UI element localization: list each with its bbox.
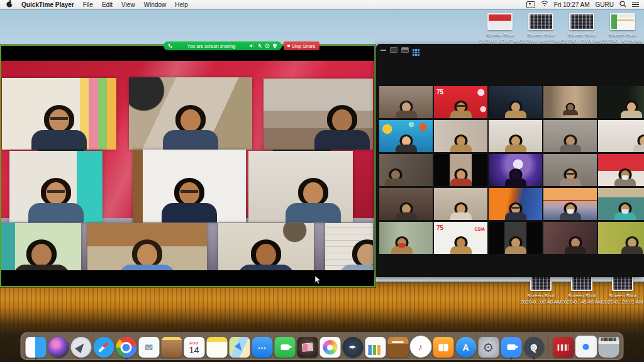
dock-item-numbers[interactable] [365,337,386,358]
desktop-icon-screenshot[interactable]: Screen Shot2020-0...29.08 AM [562,13,601,44]
apple-menu-icon[interactable] [6,0,13,9]
dock-item-quicktime[interactable]: Q [523,337,545,358]
search-icon[interactable] [619,1,626,9]
desktop-icon-screenshot[interactable]: Screen Shot2020-0...29.01 AM [603,276,642,305]
wifi-icon[interactable] [541,1,548,8]
participant-tile[interactable] [489,86,542,118]
dock-item-calendar[interactable]: AUG14 [184,337,205,358]
dock-item-facetime[interactable] [274,337,296,358]
desktop-icon-label: Screen Shot2020-0...00.48 AM [520,293,561,305]
menu-item-help[interactable]: Help [175,1,188,8]
speaker-icon[interactable] [250,43,255,48]
participant-tile[interactable] [543,86,597,118]
dock-item-mail[interactable]: ✉ [138,337,160,358]
dock-item-zoom[interactable] [501,337,522,358]
desktop-icon-screenshot[interactable]: Screen Shot2020-0...03.47 AM [480,13,519,44]
dock-item-notes[interactable] [206,337,228,358]
participant-tile[interactable] [598,120,644,152]
phone-icon[interactable] [168,43,173,48]
shared-screen-window[interactable] [0,45,375,287]
participant-tile[interactable] [598,154,644,186]
desktop-icon-label: Screen Shot2020-0...45.49 AM [561,293,602,305]
person-torso [119,265,175,270]
participant-person [558,166,583,186]
participant-tile[interactable] [379,222,433,254]
dock-item-messages[interactable]: … [252,337,273,358]
participant-tile[interactable] [489,120,542,152]
menu-item-view[interactable]: View [121,1,135,8]
dock-item-siri[interactable] [48,337,69,358]
dock-item-appstore[interactable]: A [455,337,477,358]
desktop-icon-label: Screen Shot2020-0...42.56 AM [602,32,643,44]
screenshot-thumbnail [612,276,633,291]
microphone-muted-icon[interactable] [257,43,262,48]
participant-tile[interactable] [489,154,542,186]
virtual-choir-video [1,61,374,270]
dock-item-safari[interactable] [93,337,114,358]
participant-tile[interactable] [379,120,433,152]
participant-tile[interactable] [379,188,433,220]
dock-item-settings[interactable]: ⚙ [478,337,499,358]
participant-tile[interactable]: 75 [434,86,487,118]
menu-clock[interactable]: Fri 10:27 AM [554,1,590,8]
stop-icon [287,45,290,47]
display-mirroring-icon[interactable] [526,1,535,8]
dock-item-itunes[interactable]: ♪ [410,336,431,358]
menu-user-name[interactable]: GURU [596,1,614,8]
label-line2: 2020-0...45.57 AM [520,38,561,45]
camera-status-icon[interactable] [265,43,270,48]
dock-item-finder[interactable] [25,337,47,358]
participant-tile[interactable] [543,154,597,186]
participant-tile[interactable] [543,222,597,254]
dock-item-min-white[interactable] [575,336,597,358]
dock-item-photobooth[interactable] [297,337,318,358]
person-face [46,182,66,204]
menu-item-edit[interactable]: Edit [102,1,113,8]
dock-item-trash[interactable] [598,337,619,358]
participant-tile[interactable] [434,120,487,152]
participant-tile[interactable] [598,86,644,118]
participant-person [503,98,528,118]
gallery-view-icon[interactable] [413,49,414,51]
participant-tile[interactable] [598,188,644,220]
minimize-icon[interactable] [380,50,386,51]
participant-tile[interactable] [379,86,433,118]
notification-center-icon[interactable] [632,1,639,9]
label-line1: Screen Shot [602,32,643,38]
zoom-gallery-window[interactable]: 7575ESIA [376,44,644,277]
participant-tile[interactable] [543,188,597,220]
menu-item-window[interactable]: Window [144,1,167,8]
desktop-icon-screenshot[interactable]: Screen Shot2020-0...45.49 AM [562,276,601,305]
desktop-icon-screenshot[interactable]: Screen Shot2020-0...45.57 AM [521,13,560,44]
launchpad-app-icon [70,337,91,358]
dock-item-photos[interactable] [319,337,341,358]
dock-item-min-red[interactable] [553,337,574,358]
participant-tile[interactable] [543,120,597,152]
dock-item-chrome[interactable] [116,337,137,358]
participant-tile[interactable] [489,222,542,254]
dock-item-maps[interactable] [229,337,250,358]
speaker-view-small-icon[interactable] [390,47,397,53]
desktop-icon-screenshot[interactable]: Screen Shot2020-0...42.56 AM [603,13,642,44]
dock-item-contacts[interactable] [161,337,182,358]
security-shield-icon[interactable] [272,43,277,48]
contacts-app-icon [161,337,182,358]
participant-tile[interactable] [379,154,433,186]
desktop-icon-screenshot[interactable]: Screen Shot2020-0...00.48 AM [521,276,560,305]
dock-item-keynote[interactable] [387,337,409,358]
participant-tile[interactable] [489,188,542,220]
participant-tile[interactable] [598,222,644,254]
participant-tile[interactable] [434,188,487,220]
dock-item-launchpad[interactable] [70,337,92,358]
itunes-app-icon: ♪ [409,336,431,358]
menu-app-name[interactable]: QuickTime Player [21,1,74,8]
speaker-view-icon[interactable] [401,47,409,53]
dock: ✉AUG14…✒♪A⚙Q [21,332,624,360]
participant-tile[interactable] [434,154,487,186]
participant-tile[interactable]: 75ESIA [434,222,487,254]
menu-item-file[interactable]: File [83,1,93,8]
dock-item-ibooks[interactable] [433,337,454,358]
dock-item-pages[interactable]: ✒ [342,337,364,358]
choir-video-tile [129,77,252,150]
stop-share-button[interactable]: Stop Share [284,41,319,50]
